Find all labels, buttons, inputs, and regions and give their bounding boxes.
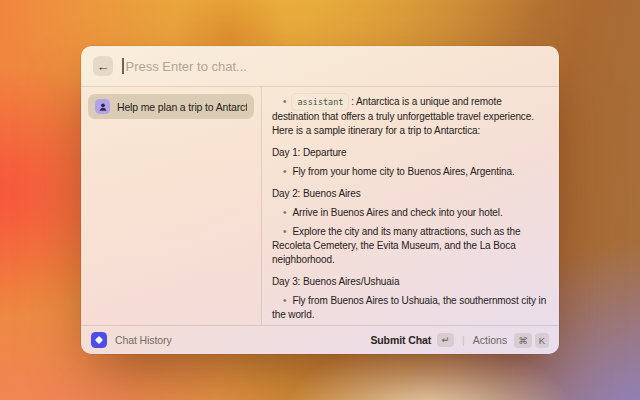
bullet-icon: • bbox=[283, 166, 286, 177]
sidebar-chat-item-label: Help me plan a trip to Antarctica bbox=[117, 101, 247, 113]
chat-day-heading: Day 3: Buenos Aires/Ushuaia bbox=[272, 275, 547, 289]
actions-shortcut-keys: ⌘K bbox=[514, 334, 549, 346]
bullet-icon: • bbox=[283, 96, 286, 107]
actions-button[interactable]: Actions ⌘K bbox=[473, 334, 549, 346]
status-bar: Chat History Submit Chat ↵ | Actions ⌘K bbox=[81, 325, 559, 354]
ai-chat-window: ← Press Enter to chat... Help me plan a … bbox=[81, 46, 559, 354]
actions-label: Actions bbox=[473, 334, 507, 346]
chat-day-heading: Day 1: Departure bbox=[272, 146, 547, 160]
chat-input[interactable]: Press Enter to chat... bbox=[122, 58, 547, 74]
chat-input-placeholder: Press Enter to chat... bbox=[126, 59, 247, 74]
desktop-background: ← Press Enter to chat... Help me plan a … bbox=[0, 0, 640, 400]
wizard-avatar-icon bbox=[95, 99, 110, 114]
arrow-left-icon: ← bbox=[97, 60, 110, 73]
raycast-logo-glyph bbox=[94, 335, 104, 345]
chat-bullet-line: •Explore the city and its many attractio… bbox=[272, 225, 547, 267]
chat-bullet-line: •Fly from Buenos Aires to Ushuaia, the s… bbox=[272, 294, 547, 322]
chat-bullet-line: •assistant : Antarctica is a unique and … bbox=[272, 94, 547, 138]
submit-chat-button[interactable]: Submit Chat ↵ bbox=[370, 333, 454, 347]
raycast-logo-icon bbox=[91, 332, 107, 348]
chat-bullet-text: Fly from Buenos Aires to Ushuaia, the so… bbox=[272, 295, 546, 320]
chat-bullet-line: •Arrive in Buenos Aires and check into y… bbox=[272, 206, 547, 220]
submit-chat-label: Submit Chat bbox=[370, 334, 431, 346]
window-body: Help me plan a trip to Antarctica •assis… bbox=[81, 87, 559, 325]
return-key-icon: ↵ bbox=[437, 333, 454, 347]
footer-separator: | bbox=[462, 335, 465, 346]
command-key-icon: ⌘ bbox=[514, 333, 532, 348]
chat-list-sidebar: Help me plan a trip to Antarctica bbox=[81, 87, 262, 325]
chat-bullet-text: Fly from your home city to Buenos Aires,… bbox=[292, 166, 514, 177]
chat-bullet-text: Explore the city and its many attraction… bbox=[272, 226, 520, 265]
bullet-icon: • bbox=[283, 207, 286, 218]
chat-input-bar: ← Press Enter to chat... bbox=[81, 46, 559, 87]
bullet-icon: • bbox=[283, 295, 286, 306]
back-button[interactable]: ← bbox=[93, 56, 113, 76]
text-cursor bbox=[122, 58, 124, 74]
chat-history-label: Chat History bbox=[115, 334, 172, 346]
chat-bullet-line: •Fly from your home city to Buenos Aires… bbox=[272, 165, 547, 179]
chat-bullet-text: Arrive in Buenos Aires and check into yo… bbox=[292, 207, 502, 218]
chat-day-heading: Day 2: Buenos Aires bbox=[272, 187, 547, 201]
assistant-role-badge: assistant bbox=[292, 94, 348, 110]
chat-transcript[interactable]: •assistant : Antarctica is a unique and … bbox=[262, 87, 559, 325]
k-key-icon: K bbox=[535, 333, 549, 348]
sidebar-chat-item[interactable]: Help me plan a trip to Antarctica bbox=[88, 94, 254, 119]
bullet-icon: • bbox=[283, 226, 286, 237]
